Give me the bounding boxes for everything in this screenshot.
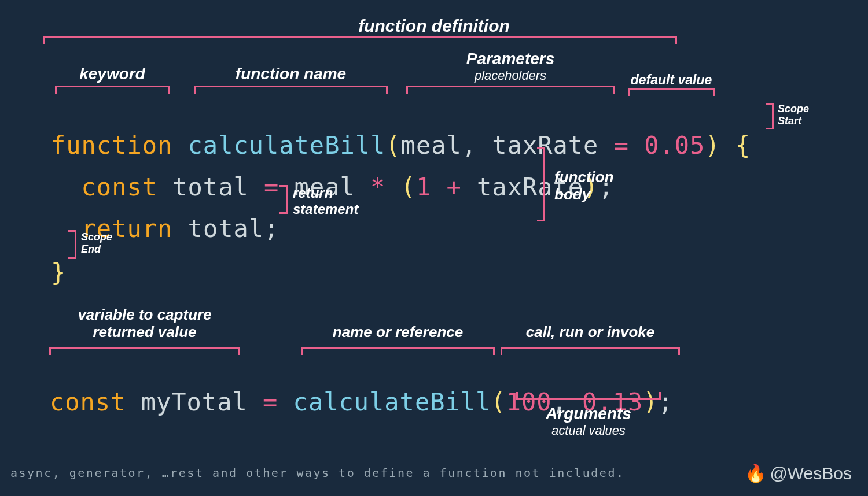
label-return-l1: return bbox=[293, 185, 333, 201]
label-return: return statement bbox=[293, 185, 358, 217]
handle-text: @WesBos bbox=[770, 464, 852, 483]
bracket-arguments bbox=[516, 392, 661, 400]
label-scope-start-l2: Start bbox=[778, 115, 801, 127]
label-arguments: Arguments actual values bbox=[516, 405, 661, 438]
bracket-function-name bbox=[194, 86, 388, 94]
bracket-scope-end bbox=[68, 230, 76, 259]
bracket-var-capture bbox=[49, 347, 240, 355]
bracket-scope-start bbox=[766, 103, 774, 129]
label-default-value: default value bbox=[625, 72, 718, 87]
code-line-4: } bbox=[51, 230, 66, 287]
label-scope-end-l2: End bbox=[81, 243, 101, 255]
bracket-name-ref bbox=[301, 347, 495, 355]
label-scope-end-l1: Scope bbox=[81, 231, 112, 243]
tok-semi-3: ; bbox=[264, 214, 279, 243]
label-keyword: keyword bbox=[55, 65, 170, 83]
label-body-l1: function bbox=[554, 168, 614, 186]
label-var-capture: variable to capture returned value bbox=[49, 306, 240, 341]
bracket-function-definition bbox=[43, 36, 677, 44]
bracket-default-value bbox=[628, 88, 715, 96]
label-var-capture-l2: returned value bbox=[93, 323, 196, 340]
label-var-capture-l1: variable to capture bbox=[78, 306, 211, 323]
tok-lp-5: ( bbox=[491, 388, 506, 416]
label-arguments-text: Arguments bbox=[546, 405, 631, 423]
label-body: function body bbox=[554, 169, 614, 203]
label-call-invoke: call, run or invoke bbox=[501, 324, 680, 341]
label-scope-start: Scope Start bbox=[778, 103, 809, 127]
tok-rparen: ) bbox=[705, 131, 720, 160]
label-body-l2: body bbox=[554, 186, 590, 203]
tok-eq-1: = bbox=[614, 131, 645, 160]
label-function-definition: function definition bbox=[0, 16, 868, 36]
tok-plus: + bbox=[446, 173, 477, 201]
fire-icon: 🔥 bbox=[745, 464, 766, 483]
label-parameters-text: Parameters bbox=[466, 50, 555, 68]
label-arguments-sub: actual values bbox=[516, 423, 661, 438]
bracket-call-invoke bbox=[501, 347, 680, 355]
label-return-l2: statement bbox=[293, 201, 358, 217]
tok-eq-5: = bbox=[263, 388, 293, 416]
tok-total-3: total bbox=[188, 214, 264, 243]
bracket-return bbox=[279, 185, 288, 214]
label-function-name: function name bbox=[194, 65, 388, 83]
tok-lp-2: ( bbox=[401, 173, 416, 201]
tok-fn-call: calculateBill bbox=[293, 388, 491, 416]
tok-lbrace: { bbox=[735, 131, 751, 160]
label-parameters-sub: placeholders bbox=[406, 68, 615, 83]
label-name-ref: name or reference bbox=[301, 324, 495, 341]
bracket-keyword bbox=[55, 86, 170, 94]
tok-default-num: 0.05 bbox=[644, 131, 705, 160]
bracket-parameters bbox=[406, 86, 615, 94]
label-scope-start-l1: Scope bbox=[778, 103, 809, 114]
author-handle: 🔥@WesBos bbox=[745, 463, 852, 483]
footer-note: async, generator, …rest and other ways t… bbox=[10, 466, 625, 480]
label-parameters: Parameters placeholders bbox=[406, 50, 615, 83]
tok-space bbox=[720, 131, 735, 160]
tok-one: 1 bbox=[416, 173, 447, 201]
label-scope-end: Scope End bbox=[81, 231, 112, 255]
tok-rbrace: } bbox=[51, 258, 66, 287]
tok-const-5: const bbox=[50, 388, 141, 416]
tok-mul: * bbox=[370, 173, 401, 201]
bracket-body bbox=[537, 147, 545, 221]
tok-mytotal: myTotal bbox=[141, 388, 263, 416]
